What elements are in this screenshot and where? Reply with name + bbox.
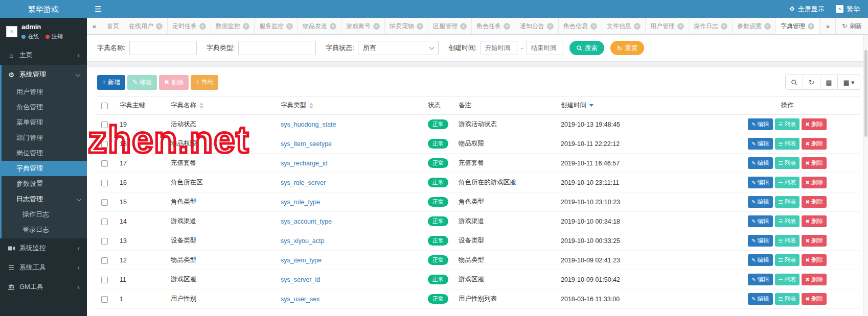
dict-type-link[interactable]: sys_recharge_id (281, 160, 328, 167)
row-edit-button[interactable]: ✎编辑 (748, 157, 772, 169)
select-all-checkbox[interactable] (101, 103, 108, 109)
sidebar-subitem[interactable]: 参数设置 (2, 176, 87, 191)
sidebar-subitem[interactable]: 用户管理 (2, 84, 87, 100)
end-time-input[interactable] (527, 41, 563, 55)
tab-item[interactable]: 游戏账号× (341, 18, 385, 34)
row-edit-button[interactable]: ✎编辑 (748, 138, 772, 150)
row-checkbox[interactable] (101, 296, 108, 303)
tab-close-icon[interactable]: × (504, 23, 510, 30)
col-header-name[interactable]: 字典名称 (167, 96, 277, 115)
tab-item[interactable]: 数据监控× (211, 18, 255, 34)
tab-item[interactable]: 在线用户× (124, 18, 168, 34)
sidebar-subitem[interactable]: 字典管理 (2, 161, 87, 176)
col-header-type[interactable]: 字典类型 (277, 96, 424, 115)
fullscreen-button[interactable]: ✥ 全屏显示 (789, 5, 825, 14)
tab-close-icon[interactable]: × (721, 23, 727, 30)
sidebar-subitem[interactable]: 岗位管理 (2, 145, 87, 161)
tab-item[interactable]: 物品发送× (298, 18, 341, 34)
tab-item[interactable]: 角色任务× (472, 18, 515, 34)
dict-type-link[interactable]: sys_account_type (281, 218, 332, 225)
row-checkbox[interactable] (101, 218, 108, 225)
scrollbar-thumb[interactable] (864, 50, 867, 137)
add-button[interactable]: + 新增 (97, 75, 125, 90)
tab-close-icon[interactable]: × (460, 23, 467, 30)
dict-type-link[interactable]: sys_role_server (281, 179, 326, 186)
sidebar-item-row[interactable]: ⚙系统管理 (2, 65, 87, 84)
tab-item[interactable]: 角色信息× (559, 18, 602, 34)
delete-button[interactable]: ✖ 删除 (159, 75, 189, 90)
row-checkbox[interactable] (101, 199, 108, 206)
row-delete-button[interactable]: ✖删除 (802, 177, 826, 188)
row-edit-button[interactable]: ✎编辑 (748, 215, 772, 227)
row-edit-button[interactable]: ✎编辑 (748, 235, 772, 247)
dict-type-link[interactable]: sys_xiyou_actp (281, 237, 324, 245)
tab-close-icon[interactable]: × (373, 23, 380, 30)
row-delete-button[interactable]: ✖删除 (802, 138, 826, 150)
tab-item[interactable]: 服务监控× (255, 18, 298, 34)
vertical-scrollbar[interactable] (863, 35, 868, 316)
row-checkbox[interactable] (101, 160, 108, 167)
tab-close-icon[interactable]: × (808, 23, 814, 30)
search-button[interactable]: 搜索 (569, 41, 604, 55)
tab-close-icon[interactable]: × (330, 23, 336, 30)
tab-item[interactable]: 定时任务× (168, 18, 211, 34)
table-search-toggle-button[interactable] (785, 75, 803, 90)
row-list-button[interactable]: ☰列表 (775, 118, 800, 130)
sidebar-item-row[interactable]: ☰系统工具‹ (0, 258, 87, 277)
sidebar-item-row[interactable]: 系统监控‹ (0, 238, 87, 258)
tab-item[interactable]: 区服管理× (428, 18, 472, 34)
row-checkbox[interactable] (101, 257, 108, 264)
table-view-toggle-button[interactable]: ▤ (820, 75, 838, 90)
sidebar-subitem[interactable]: 操作日志 (2, 207, 87, 222)
row-checkbox[interactable] (101, 180, 108, 186)
sidebar-item-row[interactable]: ⌂主页‹ (0, 45, 87, 65)
table-columns-button[interactable]: ▦ ▾ (837, 75, 860, 90)
row-delete-button[interactable]: ✖删除 (802, 235, 826, 247)
dict-name-input[interactable] (129, 41, 197, 55)
row-edit-button[interactable]: ✎编辑 (748, 177, 772, 188)
dict-type-link[interactable]: sys_role_type (281, 199, 320, 206)
dict-type-link[interactable]: sys_item_type (281, 257, 322, 264)
row-edit-button[interactable]: ✎编辑 (748, 274, 772, 285)
row-checkbox[interactable] (101, 121, 108, 128)
tab-item[interactable]: 首页 (102, 18, 124, 34)
tabs-refresh-button[interactable]: ↻ 刷新 (835, 18, 868, 34)
tab-item[interactable]: 用户管理× (646, 18, 689, 34)
brand-logo[interactable]: 繁华游戏 (0, 0, 87, 18)
row-checkbox[interactable] (101, 277, 108, 283)
row-delete-button[interactable]: ✖删除 (802, 118, 826, 130)
dict-type-link[interactable]: sys_user_sex (281, 296, 319, 303)
row-delete-button[interactable]: ✖删除 (802, 293, 826, 305)
row-edit-button[interactable]: ✎编辑 (748, 118, 772, 130)
sidebar-item-row[interactable]: GM工具‹ (0, 277, 87, 297)
row-list-button[interactable]: ☰列表 (775, 254, 800, 266)
row-list-button[interactable]: ☰列表 (775, 274, 800, 285)
export-button[interactable]: ↑ 导出 (191, 75, 218, 90)
sidebar-subitem[interactable]: 部门管理 (2, 130, 87, 145)
row-checkbox[interactable] (101, 141, 108, 148)
row-list-button[interactable]: ☰列表 (775, 196, 800, 208)
dict-status-select[interactable]: 所有 (358, 41, 439, 55)
tab-item[interactable]: 参数设置× (733, 18, 776, 34)
row-list-button[interactable]: ☰列表 (775, 157, 800, 169)
user-menu-button[interactable]: ✕ 繁华 (836, 5, 860, 14)
tab-item[interactable]: 字典管理× (776, 18, 819, 34)
row-list-button[interactable]: ☰列表 (775, 215, 800, 227)
row-delete-button[interactable]: ✖删除 (802, 157, 826, 169)
tab-close-icon[interactable]: × (417, 23, 423, 30)
row-checkbox[interactable] (101, 238, 108, 245)
row-edit-button[interactable]: ✎编辑 (748, 196, 772, 208)
row-edit-button[interactable]: ✎编辑 (748, 293, 772, 305)
tab-close-icon[interactable]: × (590, 23, 597, 30)
tab-close-icon[interactable]: × (677, 23, 684, 30)
edit-button[interactable]: ✎ 修改 (127, 75, 157, 90)
table-refresh-button[interactable]: ↻ (803, 75, 820, 90)
tab-item[interactable]: 通知公告× (515, 18, 559, 34)
tab-close-icon[interactable]: × (764, 23, 771, 30)
row-list-button[interactable]: ☰列表 (775, 293, 800, 305)
row-list-button[interactable]: ☰列表 (775, 235, 800, 247)
dict-type-link[interactable]: sys_item_seetype (281, 140, 332, 148)
tab-close-icon[interactable]: × (547, 23, 554, 30)
tab-item[interactable]: 操作日志× (689, 18, 733, 34)
sidebar-subitem[interactable]: 登录日志 (2, 222, 87, 237)
